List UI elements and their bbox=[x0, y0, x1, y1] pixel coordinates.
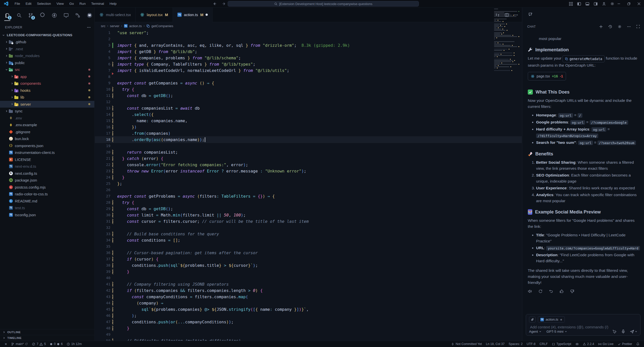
code-line-24[interactable]: 24 } bbox=[95, 174, 522, 181]
tree-item-package-json[interactable]: JSpackage.json bbox=[0, 177, 94, 184]
code-line-29[interactable]: 29 const db = getDB(); bbox=[95, 206, 522, 212]
tools-icon[interactable] bbox=[612, 329, 617, 334]
code-line-49[interactable]: 49 bbox=[95, 331, 522, 338]
language-mode[interactable]: {} TypeScript bbox=[550, 341, 573, 347]
breadcrumb-item[interactable]: server bbox=[110, 24, 119, 28]
code-line-25[interactable]: 25}; bbox=[95, 181, 522, 187]
thunder-client-icon[interactable] bbox=[50, 10, 59, 20]
code-line-9[interactable]: 9export const getCompanies = async () ⇒ … bbox=[95, 80, 522, 86]
code-line-2[interactable]: 2 bbox=[95, 36, 522, 42]
eol-selector[interactable]: CRLF bbox=[538, 341, 550, 347]
code-line-22[interactable]: 22 console.error("Error fetching compani… bbox=[95, 162, 522, 168]
tree-item-app[interactable]: ⠿app bbox=[0, 73, 94, 80]
account-icon[interactable] bbox=[602, 2, 606, 6]
maximize-panel-icon[interactable] bbox=[636, 25, 640, 29]
tree-item-src[interactable]: </>src bbox=[0, 66, 94, 73]
code-line-31[interactable]: 31 const cursor = filters.cursor; // cur… bbox=[95, 218, 522, 225]
code-editor[interactable]: 1"use server";23import { and, arrayConta… bbox=[95, 30, 522, 341]
formatter-status[interactable]: Prettier bbox=[616, 341, 634, 347]
restore-icon[interactable] bbox=[624, 0, 634, 8]
unsaved-dot[interactable] bbox=[206, 14, 208, 16]
copilot-icon[interactable] bbox=[573, 341, 581, 347]
code-line-7[interactable]: 7import { isValidLeetCodeUrl, normalizeL… bbox=[95, 67, 522, 74]
live-preview-icon[interactable] bbox=[61, 10, 71, 20]
tree-item--env-example[interactable]: ⋕.env.example bbox=[0, 121, 94, 128]
add-context-icon[interactable]: + bbox=[560, 317, 562, 322]
extensions-icon[interactable] bbox=[38, 10, 47, 20]
context-file-chip[interactable]: TS action.ts + bbox=[538, 316, 565, 323]
timeline-section[interactable]: TIMELINE bbox=[0, 335, 94, 341]
cursor-position[interactable]: Ln 18, Col 37 bbox=[484, 341, 506, 347]
tree-item-lib[interactable]: lib bbox=[0, 94, 94, 101]
remote-indicator[interactable]: ✕ bbox=[3, 341, 9, 347]
code-line-36[interactable]: 36 // Cursor-based pagination: get items… bbox=[95, 250, 522, 256]
chat-settings-icon[interactable] bbox=[618, 25, 622, 29]
model-selector[interactable]: GPT-5 mini bbox=[546, 330, 567, 333]
tree-item-components-json[interactable]: {}components.json bbox=[0, 142, 94, 149]
code-line-23[interactable]: 23 throw new Error(error instanceof Erro… bbox=[95, 168, 522, 174]
tab-action[interactable]: TS action.ts M bbox=[173, 8, 213, 22]
thumbs-down-icon[interactable] bbox=[570, 289, 574, 293]
todo-indicator[interactable]: 0 6 bbox=[48, 341, 65, 347]
tree-item-next-config-ts[interactable]: Nnext.config.ts bbox=[0, 170, 94, 177]
toggle-panel-icon[interactable] bbox=[585, 2, 589, 6]
symbol-chip[interactable]: generateMetadata bbox=[562, 55, 605, 62]
speaker-icon[interactable] bbox=[528, 289, 532, 293]
code-line-19[interactable]: 19 bbox=[95, 143, 522, 149]
tree-item-instrumentation-client-ts[interactable]: TSinstrumentation-client.ts bbox=[0, 149, 94, 156]
tree-item-public[interactable]: public bbox=[0, 59, 94, 66]
code-line-41[interactable]: 41 // Company filtering using JSONB oper… bbox=[95, 281, 522, 287]
code-line-27[interactable]: 27export const getProblems = async (filt… bbox=[95, 193, 522, 199]
code-line-30[interactable]: 30 const limit = Math.min(filters.limit … bbox=[95, 212, 522, 218]
code-line-11[interactable]: 11 const db = getDB(); bbox=[95, 93, 522, 99]
toggle-secondary-sidebar-icon[interactable] bbox=[594, 2, 598, 6]
menu-run[interactable]: Run bbox=[77, 2, 89, 6]
tree-item-test-ts[interactable]: TStest.ts bbox=[0, 204, 94, 211]
outline-section[interactable]: OUTLINE bbox=[0, 329, 94, 335]
source-control-icon[interactable]: 2 bbox=[26, 10, 36, 20]
tab-layout[interactable]: layout.tsx M bbox=[136, 8, 173, 22]
problems-indicator[interactable]: 7 5 bbox=[30, 341, 48, 347]
menu-edit[interactable]: Edit bbox=[23, 2, 34, 6]
code-line-39[interactable]: 39 } bbox=[95, 269, 522, 275]
toggle-sidebar-icon[interactable] bbox=[577, 2, 581, 6]
tree-item-next-env-d-ts[interactable]: TSnext-env.d.ts bbox=[0, 163, 94, 170]
code-line-14[interactable]: 14 .select({ bbox=[95, 111, 522, 118]
code-line-8[interactable]: 8 bbox=[95, 74, 522, 80]
menu-help[interactable]: Help bbox=[107, 2, 119, 6]
tree-item-license[interactable]: ≣LICENSE bbox=[0, 156, 94, 163]
code-line-38[interactable]: 38 conditions.push(sql`${problems.title}… bbox=[95, 262, 522, 269]
go-live[interactable]: Go Live bbox=[596, 341, 616, 347]
code-line-34[interactable]: 34 const conditions = []; bbox=[95, 237, 522, 243]
command-center-search[interactable]: [Extension Development Host] leetcode-co… bbox=[228, 1, 419, 7]
menu-file[interactable]: File bbox=[12, 2, 23, 6]
tree-item-components[interactable]: ⠿components bbox=[0, 80, 94, 87]
code-line-46[interactable]: 46 ); bbox=[95, 313, 522, 319]
code-line-50[interactable]: 50 // Difficulty filtering (multiple dif… bbox=[95, 338, 522, 341]
nav-back-icon[interactable] bbox=[213, 2, 217, 6]
nav-forward-icon[interactable] bbox=[222, 2, 226, 6]
code-line-37[interactable]: 37 if (cursor) { bbox=[95, 256, 522, 262]
breadcrumb-item[interactable]: getCompanies bbox=[151, 24, 173, 28]
code-line-21[interactable]: 21 } catch (error) { bbox=[95, 155, 522, 162]
mode-selector[interactable]: Agent bbox=[529, 330, 541, 333]
code-line-48[interactable]: 48 } bbox=[95, 325, 522, 331]
code-line-32[interactable]: 32 bbox=[95, 225, 522, 231]
notifications-bell-icon[interactable] bbox=[634, 341, 641, 347]
code-line-1[interactable]: 1"use server"; bbox=[95, 30, 522, 36]
code-line-18[interactable]: 18 .orderBy(asc(companies.name)); bbox=[95, 137, 522, 143]
new-chat-icon[interactable] bbox=[599, 25, 603, 29]
search-view-icon[interactable] bbox=[14, 10, 24, 20]
code-line-42[interactable]: 42 if (filters.companies && filters.comp… bbox=[95, 287, 522, 294]
tree-item-node-modules[interactable]: node_modules bbox=[0, 52, 94, 59]
menu-terminal[interactable]: Terminal bbox=[88, 2, 107, 6]
chat-input-placeholder[interactable]: Add context (#), extensions (@), command… bbox=[530, 325, 637, 329]
code-line-40[interactable]: 40 bbox=[95, 275, 522, 281]
breadcrumb-item[interactable]: action.ts bbox=[129, 24, 142, 28]
tree-item-postcss-config-mjs[interactable]: ◎postcss.config.mjs bbox=[0, 184, 94, 191]
customize-layout-icon[interactable] bbox=[569, 2, 573, 6]
code-line-35[interactable]: 35 bbox=[95, 243, 522, 250]
chat-more-icon[interactable] bbox=[627, 25, 631, 29]
tree-item--env[interactable]: ⋕.env bbox=[0, 115, 94, 122]
undo-icon[interactable] bbox=[549, 289, 553, 293]
